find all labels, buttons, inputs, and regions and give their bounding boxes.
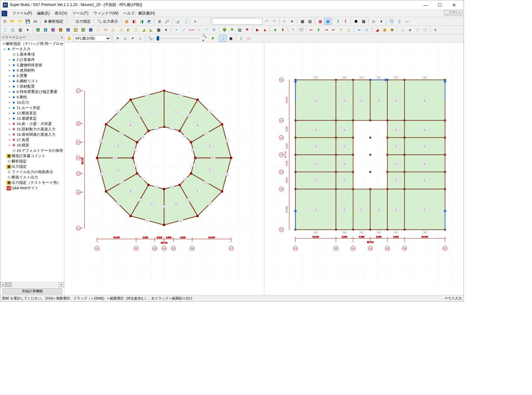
sheet-icon[interactable]: 📑 xyxy=(181,18,188,25)
menu-edit[interactable]: 編集(E) xyxy=(35,9,52,17)
misc1-icon[interactable]: ◇ xyxy=(399,26,406,33)
box3d-icon[interactable]: ⬢ xyxy=(389,26,395,33)
tree-item[interactable]: ▤1.基本事項 xyxy=(0,52,64,57)
tree-item[interactable]: >◆4.使用材料 xyxy=(0,68,64,73)
print-icon[interactable]: 🖨 xyxy=(156,18,163,25)
sq-green-icon[interactable] xyxy=(35,26,41,33)
close-button[interactable]: ✕ xyxy=(447,0,461,9)
sq-cyan-icon[interactable] xyxy=(42,26,49,33)
tree-item[interactable]: ▤19.デフォルトデータの保存 xyxy=(0,148,64,153)
mdi-restore[interactable]: ❐ xyxy=(450,10,456,15)
shape7-icon[interactable]: ◢ xyxy=(140,26,147,33)
tree-item[interactable]: >◆8.特殊荷重及び補正重量 xyxy=(0,89,64,95)
extra-calc-button[interactable]: 別途計算機能 xyxy=(3,288,62,294)
tree-item[interactable]: >⊘14.床・小梁・片持梁 xyxy=(0,121,64,127)
cube3-icon[interactable]: ◩ xyxy=(146,18,153,25)
grid-icon[interactable]: ▦ xyxy=(317,18,324,25)
output-show-button[interactable]: 🔍出力表示 xyxy=(96,18,120,25)
hand-icon[interactable]: ✋ xyxy=(66,35,73,42)
table-icon[interactable]: ▦ xyxy=(360,18,367,25)
grid3-icon[interactable]: ▦ xyxy=(155,26,162,33)
tree-item[interactable]: ▦出力指定（テストモード用） xyxy=(0,180,64,185)
open-icon[interactable]: 📂 xyxy=(9,18,16,25)
shape3-icon[interactable]: ▷ xyxy=(110,26,117,33)
arrow-down-icon[interactable]: ↧ xyxy=(342,18,349,25)
tree-item[interactable]: >◆10.応力 xyxy=(0,100,64,105)
tree-item[interactable]: >⊘17.免震 xyxy=(0,137,64,143)
tree-icon[interactable]: 🌳 xyxy=(221,26,228,33)
tree-item[interactable]: >◆2.計算条件 xyxy=(0,57,64,63)
plan-canvas-right[interactable]: S1S1S1S1S1S1S1S1S1S1S1S1S1S1S1S1S1S1S1S1… xyxy=(264,42,464,295)
tree-item[interactable]: ▤解析指定（デバッグ用 同一プロセ xyxy=(0,41,64,47)
save-icon[interactable]: 💾 xyxy=(24,18,31,25)
tree-item[interactable]: >◆11.ルート判定 xyxy=(0,105,64,111)
saveas-icon[interactable]: 🗃 xyxy=(32,18,39,25)
split-v-icon[interactable]: ▭ xyxy=(245,35,252,42)
link-icon[interactable]: ∞ xyxy=(356,26,363,33)
dim-r1-icon[interactable]: ↦ xyxy=(308,26,314,33)
tri-icon[interactable]: ◢ xyxy=(373,26,380,33)
tree-item[interactable]: ▤断面リスト出力 xyxy=(0,175,64,180)
chart-icon[interactable]: 📊 xyxy=(174,18,181,25)
flagr-icon[interactable]: ⚑ xyxy=(244,26,250,33)
pin-icon[interactable]: ↓ xyxy=(220,35,227,42)
tree-item[interactable]: QAQ&A Webサイト xyxy=(0,185,64,191)
split-h-icon[interactable]: ▯ xyxy=(238,35,245,42)
maximize-button[interactable]: ☐ xyxy=(433,0,447,9)
open2-icon[interactable]: 📁 xyxy=(17,18,24,25)
sq-green2-icon[interactable] xyxy=(80,26,87,33)
nav-down2-icon[interactable]: ⏷ xyxy=(129,35,136,42)
sq-blue2-icon[interactable] xyxy=(87,26,94,33)
menu-tools[interactable]: ツール(T) xyxy=(70,9,91,17)
nav-up2-icon[interactable]: ⏶ xyxy=(137,35,144,42)
zoom-slider[interactable] xyxy=(156,38,200,39)
layers-icon[interactable]: ▦ xyxy=(123,18,130,25)
delete-icon[interactable]: ✕ xyxy=(281,18,288,25)
load-icon[interactable]: ⬇ xyxy=(279,26,286,33)
flag2-icon[interactable]: ▤ xyxy=(236,26,243,33)
output-spec-button[interactable]: 📄出力指定 xyxy=(68,18,92,25)
sq-orange-icon[interactable] xyxy=(57,26,64,33)
brace-u-icon[interactable]: ▲ xyxy=(261,26,268,33)
sidebar-hscroll[interactable]: ◂▸ xyxy=(0,282,64,287)
shape1-icon[interactable]: ▱ xyxy=(95,26,102,33)
arc-icon[interactable]: ◠ xyxy=(203,26,210,33)
tree-item[interactable]: ▦出力指定 xyxy=(0,164,64,169)
plant-icon[interactable]: ♣ xyxy=(272,26,279,33)
fit-icon[interactable]: ✥ xyxy=(209,35,216,42)
flag1-icon[interactable]: ⚑ xyxy=(228,26,235,33)
tree-item[interactable]: ▤解析指定 xyxy=(0,159,64,164)
slab-icon[interactable]: ▥ xyxy=(17,26,24,33)
shape2-icon[interactable]: ✉ xyxy=(102,26,109,33)
misc4-icon[interactable]: ⬡ xyxy=(422,26,428,33)
brace-r-icon[interactable]: ▶ xyxy=(254,26,261,33)
tree-item[interactable]: >⊘18.積算 xyxy=(0,143,64,148)
dd2-icon[interactable]: ▾ xyxy=(163,26,169,33)
dropdown1-icon[interactable]: ▾ xyxy=(288,18,295,25)
tree-item[interactable]: >◆9.剛性 xyxy=(0,95,64,100)
app-menu-icon[interactable]: ⬚ xyxy=(2,11,7,16)
redo-icon[interactable]: ↷ xyxy=(271,18,277,25)
menu-window[interactable]: ウィンドウ(W) xyxy=(91,9,121,17)
copy-icon[interactable]: ⿻ xyxy=(388,18,395,25)
dim-icon[interactable]: ⟷ xyxy=(188,26,195,33)
tree-item[interactable]: >◆13.基礎算定 xyxy=(0,116,64,121)
win-cascade-icon[interactable]: ▤ xyxy=(306,18,313,25)
tree-item[interactable]: >◆6.鋼材リスト xyxy=(0,79,64,84)
erase-icon[interactable]: ⌫ xyxy=(297,26,304,33)
cube1-icon[interactable]: ◧ xyxy=(131,18,137,25)
lock-icon[interactable]: ▣ xyxy=(227,35,234,42)
tree-item[interactable]: >◆12.断面算定 xyxy=(0,111,64,116)
dim-r5-icon[interactable]: ⚐ xyxy=(338,26,345,33)
new-icon[interactable]: 🗋 xyxy=(2,18,8,25)
undo-icon[interactable]: ↶ xyxy=(263,18,270,25)
sq-magenta-icon[interactable] xyxy=(50,26,56,33)
tree-item[interactable]: >◆5.荷重 xyxy=(0,73,64,79)
win-v-icon[interactable]: ▭ xyxy=(403,18,410,25)
zoom-out-icon[interactable]: 🔍- xyxy=(147,35,154,42)
misc3-icon[interactable]: ⬠ xyxy=(414,26,421,33)
shape6-icon[interactable]: ▢ xyxy=(132,26,139,33)
rot-icon[interactable]: ↻ xyxy=(211,26,218,33)
tree-item[interactable]: >◆7.部材配置 xyxy=(0,84,64,89)
tree-item[interactable]: ▦構造計算書コメント xyxy=(0,153,64,159)
